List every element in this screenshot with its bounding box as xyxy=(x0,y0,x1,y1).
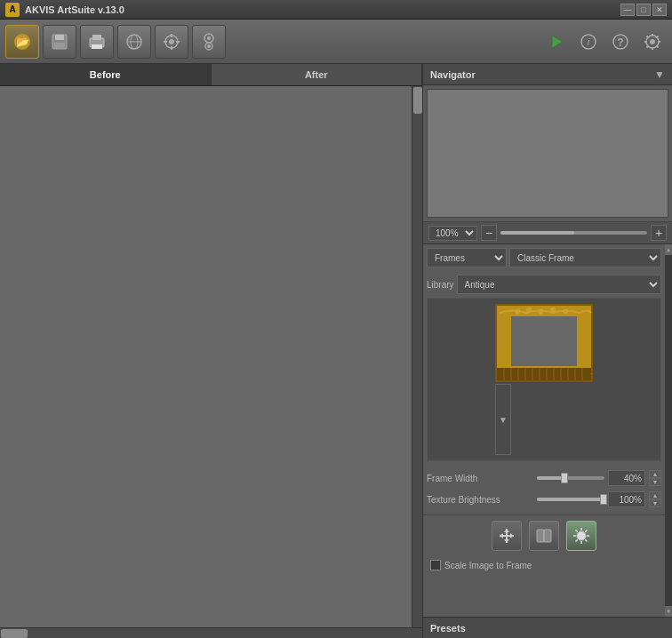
title-bar: A AKVIS ArtSuite v.13.0 — □ ✕ xyxy=(0,0,672,20)
save-icon xyxy=(50,32,69,52)
texture-brightness-fill xyxy=(537,498,604,501)
svg-marker-56 xyxy=(504,539,509,543)
navigator-header: Navigator ▼ xyxy=(423,64,672,85)
svg-line-68 xyxy=(585,539,587,541)
thumbnail-dropdown-button[interactable]: ▼ xyxy=(495,384,511,455)
print-icon xyxy=(87,32,107,52)
texture-brightness-input[interactable] xyxy=(608,491,645,507)
brightness-icon xyxy=(572,526,591,546)
right-content: Frames Classic Frame Library Antique xyxy=(423,244,665,617)
svg-line-67 xyxy=(576,530,578,532)
svg-text:?: ? xyxy=(617,36,623,49)
effect-type-dropdown[interactable]: Frames xyxy=(427,248,507,267)
zoom-out-button[interactable]: − xyxy=(481,225,497,241)
run-button[interactable] xyxy=(542,28,571,56)
frame-thumbnail-image xyxy=(495,304,593,382)
library-section: Library Antique xyxy=(423,273,665,468)
library-dropdown[interactable]: Antique xyxy=(457,275,661,294)
svg-text:i: i xyxy=(588,36,590,47)
texture-brightness-up[interactable]: ▲ xyxy=(649,491,661,499)
scale-image-checkbox[interactable] xyxy=(430,560,441,570)
svg-rect-59 xyxy=(537,530,544,542)
tool-web-button[interactable] xyxy=(117,25,151,59)
app-title: AKVIS ArtSuite v.13.0 xyxy=(25,4,620,15)
tab-bar: Before After xyxy=(0,64,422,86)
horizontal-scrollbar[interactable] xyxy=(0,627,422,638)
texture-brightness-spinner: ▲ ▼ xyxy=(649,491,661,507)
frame-width-fill xyxy=(537,476,564,480)
scroll-track xyxy=(665,255,672,606)
svg-point-12 xyxy=(169,39,174,44)
right-scrollbar[interactable]: ▲ ▼ xyxy=(665,244,672,617)
navigator-preview xyxy=(427,89,668,218)
zoom-select[interactable]: 100% 50% 200% xyxy=(428,226,477,241)
tool-print-button[interactable] xyxy=(80,25,114,59)
maximize-button[interactable]: □ xyxy=(636,4,651,16)
frame-width-slider[interactable] xyxy=(537,476,604,480)
frame-width-down[interactable]: ▼ xyxy=(649,478,661,486)
effect-selector-row: Frames Classic Frame xyxy=(423,244,665,269)
texture-brightness-thumb[interactable] xyxy=(600,494,607,505)
library-label: Library xyxy=(427,280,454,290)
frame-thumbnail-container: ▼ xyxy=(427,298,661,461)
svg-point-18 xyxy=(207,36,211,40)
tool-settings1-button[interactable] xyxy=(155,25,188,59)
tab-before[interactable]: Before xyxy=(0,64,212,85)
tool-open-file-button[interactable]: 📂 xyxy=(5,25,39,59)
tab-after[interactable]: After xyxy=(212,64,423,85)
texture-brightness-label: Texture Brightness xyxy=(427,495,533,505)
navigator-title: Navigator xyxy=(430,69,476,80)
info-button[interactable]: i xyxy=(574,28,603,56)
vertical-scrollbar[interactable] xyxy=(412,86,422,627)
help-icon: ? xyxy=(612,33,629,51)
close-button[interactable]: ✕ xyxy=(652,4,667,16)
svg-text:📂: 📂 xyxy=(16,35,29,48)
open-file-icon: 📂 xyxy=(12,32,32,52)
zoom-slider[interactable] xyxy=(500,231,647,235)
svg-rect-7 xyxy=(92,44,102,49)
svg-marker-58 xyxy=(510,533,514,538)
frame-width-spinner: ▲ ▼ xyxy=(649,470,661,486)
frame-width-thumb[interactable] xyxy=(561,473,568,483)
minimize-button[interactable]: — xyxy=(620,4,635,16)
brightness-button[interactable] xyxy=(566,521,596,551)
tool-settings2-button[interactable] xyxy=(192,25,226,59)
texture-brightness-slider[interactable] xyxy=(537,498,604,501)
right-inner: Frames Classic Frame Library Antique xyxy=(423,244,672,617)
svg-rect-60 xyxy=(544,530,551,542)
fit-frame-icon xyxy=(497,526,516,546)
app-icon: A xyxy=(5,3,20,17)
frame-type-dropdown[interactable]: Classic Frame xyxy=(509,248,661,267)
scale-image-label: Scale Image to Frame xyxy=(444,561,532,570)
book-button[interactable] xyxy=(529,521,559,551)
preferences-button[interactable] xyxy=(638,28,667,56)
main-area: Before After Navigator ▼ 100% 50% 200% xyxy=(0,64,672,638)
canvas-panel: Before After xyxy=(0,64,423,638)
zoom-in-button[interactable]: + xyxy=(651,225,667,241)
frame-width-up[interactable]: ▲ xyxy=(649,470,661,478)
frame-width-input[interactable] xyxy=(608,470,645,486)
presets-label: Presets xyxy=(430,623,466,634)
svg-rect-4 xyxy=(54,43,65,49)
web-icon xyxy=(124,32,144,52)
settings2-icon xyxy=(199,32,219,52)
frame-width-label: Frame Width xyxy=(427,474,533,483)
info-icon: i xyxy=(580,33,597,51)
scroll-up-arrow[interactable]: ▲ xyxy=(665,244,672,255)
svg-point-27 xyxy=(650,39,655,44)
frame-width-row: Frame Width ▲ ▼ xyxy=(427,470,661,486)
library-row: Library Antique xyxy=(427,275,661,294)
scrollbar-thumb[interactable] xyxy=(413,87,422,114)
horizontal-scrollbar-thumb[interactable] xyxy=(1,629,28,638)
svg-line-69 xyxy=(585,530,587,532)
navigator-collapse-arrow[interactable]: ▼ xyxy=(654,68,665,81)
frame-width-section: Frame Width ▲ ▼ Texture Brightn xyxy=(423,468,665,514)
tool-save-button[interactable] xyxy=(43,25,76,59)
svg-marker-55 xyxy=(504,529,509,532)
canvas-area xyxy=(0,86,422,627)
help-button[interactable]: ? xyxy=(606,28,635,56)
fit-frame-button[interactable] xyxy=(492,521,522,551)
scroll-down-arrow[interactable]: ▼ xyxy=(665,606,672,617)
svg-point-62 xyxy=(577,531,586,540)
texture-brightness-down[interactable]: ▼ xyxy=(649,499,661,507)
